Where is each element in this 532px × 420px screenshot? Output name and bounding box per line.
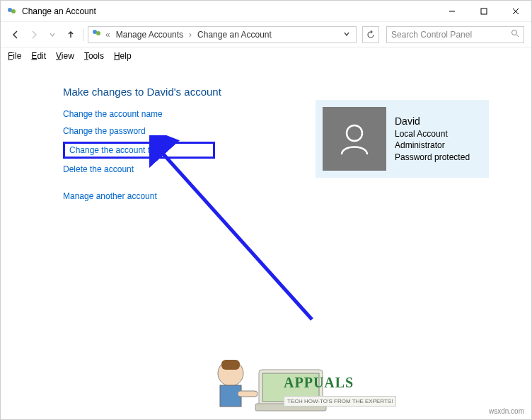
- search-box[interactable]: [386, 26, 524, 43]
- forward-button[interactable]: [26, 27, 42, 42]
- maximize-button[interactable]: [468, 1, 499, 21]
- close-button[interactable]: [499, 1, 531, 21]
- titlebar: Change an Account: [1, 1, 531, 22]
- minimize-button[interactable]: [436, 1, 468, 21]
- link-manage-another[interactable]: Manage another account: [63, 190, 531, 203]
- avatar: [323, 107, 386, 171]
- account-name: David: [395, 115, 470, 128]
- back-button[interactable]: [8, 27, 23, 42]
- svg-point-7: [96, 31, 100, 35]
- menu-file[interactable]: File: [8, 51, 21, 61]
- svg-rect-17: [238, 391, 258, 397]
- menu-tools[interactable]: Tools: [84, 51, 104, 61]
- account-info: David Local Account Administrator Passwo…: [395, 115, 470, 162]
- up-button[interactable]: [63, 27, 79, 42]
- address-bar[interactable]: « Manage Accounts › Change an Account: [88, 26, 357, 43]
- svg-line-9: [516, 35, 519, 37]
- svg-point-1: [11, 9, 16, 13]
- link-change-type[interactable]: Change the account type: [63, 142, 215, 159]
- watermark: wsxdn.com: [489, 407, 524, 415]
- appuals-logo-text: APPUALS: [284, 375, 354, 391]
- breadcrumb-sep-back[interactable]: «: [105, 30, 110, 40]
- refresh-button[interactable]: [362, 26, 379, 43]
- menu-help[interactable]: Help: [114, 51, 132, 61]
- svg-point-8: [512, 30, 517, 35]
- account-type: Local Account: [395, 128, 470, 140]
- window-controls: [436, 1, 531, 21]
- address-dropdown[interactable]: [340, 30, 353, 40]
- page-title: Make changes to David's account: [63, 86, 531, 98]
- menu-edit[interactable]: Edit: [31, 51, 46, 61]
- account-card: David Local Account Administrator Passwo…: [316, 100, 489, 178]
- window-title: Change an Account: [22, 6, 436, 16]
- svg-point-10: [347, 125, 362, 141]
- chevron-right-icon: ›: [189, 30, 192, 40]
- accounts-icon: [91, 28, 103, 41]
- breadcrumb-manage-accounts[interactable]: Manage Accounts: [113, 30, 186, 40]
- menubar: File Edit View Tools Help: [1, 47, 531, 64]
- menu-view[interactable]: View: [56, 51, 74, 61]
- search-input[interactable]: [391, 30, 511, 40]
- breadcrumb-change-account[interactable]: Change an Account: [195, 30, 274, 40]
- svg-rect-15: [221, 360, 240, 370]
- separator: [83, 28, 83, 41]
- svg-point-14: [218, 361, 243, 386]
- account-protection: Password protected: [395, 152, 470, 163]
- toolbar: « Manage Accounts › Change an Account: [1, 22, 531, 47]
- svg-rect-16: [220, 385, 241, 407]
- app-icon: [6, 6, 18, 17]
- svg-rect-3: [481, 8, 487, 14]
- search-icon[interactable]: [511, 29, 519, 40]
- recent-dropdown[interactable]: [45, 27, 60, 42]
- account-role: Administrator: [395, 140, 470, 151]
- appuals-tagline: TECH HOW-TO'S FROM THE EXPERTS!: [284, 396, 396, 407]
